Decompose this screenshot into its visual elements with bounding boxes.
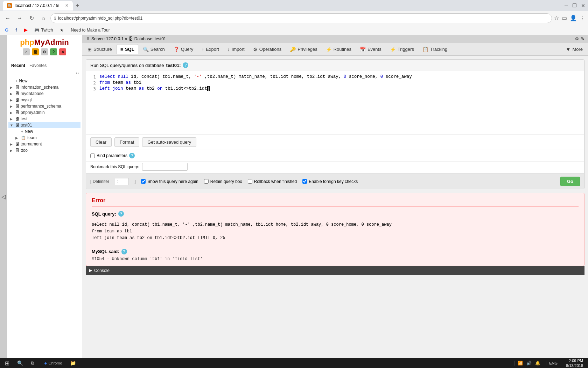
database-label[interactable]: Database: test01 xyxy=(134,36,166,41)
refresh-icon[interactable]: ↻ xyxy=(581,36,584,41)
start-btn[interactable]: ⊞ xyxy=(2,359,12,367)
address-bar[interactable]: ℹ localhost/phpmyadmin/db_sql.php?db=tes… xyxy=(50,13,552,23)
tree-item-mydatabase[interactable]: ▶ 🗄 mydatabase xyxy=(8,90,80,97)
tab-export[interactable]: ↑ Export xyxy=(198,44,223,54)
volume-icon[interactable]: 🔊 xyxy=(526,361,532,366)
tree-item-test[interactable]: ▶ 🗄 test xyxy=(8,116,80,122)
import-icon: ↓ xyxy=(227,47,230,52)
error-sql-help-icon[interactable]: ? xyxy=(118,211,124,217)
tab-import[interactable]: ↓ Import xyxy=(224,44,248,54)
foreign-keys-label[interactable]: Enable foreign key checks xyxy=(302,179,358,184)
retain-box-label[interactable]: Retain query box xyxy=(204,179,242,184)
back-btn[interactable]: ← xyxy=(3,13,13,23)
bookmark-tour[interactable]: Need to Make a Tour xyxy=(69,27,112,33)
browser-tab[interactable]: 🐘 localhost / 127.0.0.1 / te ✕ xyxy=(3,1,73,11)
bind-params-help-icon[interactable]: ? xyxy=(129,153,135,158)
bookmark-twitch[interactable]: 🎮 Twitch xyxy=(32,27,55,33)
rollback-checkbox[interactable] xyxy=(248,179,252,184)
show-query-checkbox[interactable] xyxy=(141,179,146,184)
pma-logo: phpMyAdmin ⌂ 🗄 ⚙ ? ✕ xyxy=(7,35,82,61)
pma-settings-icon[interactable]: ⚙ xyxy=(41,48,48,55)
error-mysql-help-icon[interactable]: ? xyxy=(121,249,127,254)
bookmark-row: Bookmark this SQL query: xyxy=(86,161,584,173)
new-tab-btn[interactable]: + xyxy=(74,2,81,9)
tree-item-new-test01[interactable]: + New xyxy=(14,128,80,135)
go-btn[interactable]: Go xyxy=(560,177,580,186)
pma-tabs: ⊞ Structure ≡ SQL 🔍 Search ❓ Query ↑ xyxy=(82,43,588,56)
tab-more[interactable]: ▼ More xyxy=(562,44,587,54)
pma-db-icon[interactable]: 🗄 xyxy=(32,48,39,55)
tree-nav-icon[interactable]: ↔ xyxy=(75,70,80,76)
tree-item-tournament[interactable]: ▶ 🗄 tournament xyxy=(8,141,80,147)
tree-item-test01[interactable]: ▼ 🗄 test01 xyxy=(8,122,80,128)
account-icon[interactable]: 👤 xyxy=(570,15,577,21)
system-clock[interactable]: 2:09 PM 8/13/2018 xyxy=(563,358,586,368)
delimiter-input[interactable] xyxy=(115,178,129,185)
bind-params-label[interactable]: Bind parameters ? xyxy=(90,153,135,158)
maximize-btn[interactable]: ❐ xyxy=(572,3,577,8)
home-btn[interactable]: ⌂ xyxy=(38,13,48,23)
forward-btn[interactable]: → xyxy=(15,13,24,23)
network-icon[interactable]: 📶 xyxy=(518,361,523,366)
notification-icon[interactable]: 🔔 xyxy=(535,361,540,366)
bookmark-input[interactable] xyxy=(142,163,188,171)
show-query-label[interactable]: Show this query here again xyxy=(141,179,198,184)
tree-item-performance-schema[interactable]: ▶ 🗄 performance_schema xyxy=(8,103,80,109)
foreign-keys-text: Enable foreign key checks xyxy=(309,179,358,184)
taskbar-task-view[interactable]: ⧉ xyxy=(28,360,37,367)
taskbar-browser[interactable]: ● Chrome xyxy=(41,360,65,367)
tab-close-btn[interactable]: ✕ xyxy=(65,3,69,8)
taskbar-search[interactable]: 🔍 xyxy=(14,360,26,367)
sql-editor[interactable]: 1 select null id, concat( tb1.name_t, '-… xyxy=(86,71,584,134)
tree-item-ttoo[interactable]: ▶ 🗄 ttoo xyxy=(8,147,80,154)
bookmark-g[interactable]: G xyxy=(3,27,10,33)
clear-btn[interactable]: Clear xyxy=(90,137,112,147)
tab-search[interactable]: 🔍 Search xyxy=(139,44,169,54)
rollback-label[interactable]: Rollback when finished xyxy=(248,179,297,184)
retain-box-checkbox[interactable] xyxy=(204,179,209,184)
reload-btn[interactable]: ↻ xyxy=(27,13,36,23)
tab-privileges[interactable]: 🔑 Privileges xyxy=(286,44,321,54)
tree-item-new-top[interactable]: + New xyxy=(8,78,80,84)
settings-icon[interactable]: ⚙ xyxy=(575,36,579,41)
taskbar-explorer[interactable]: 📁 xyxy=(67,360,79,367)
tree-item-phpmyadmin[interactable]: ▶ 🗄 phpmyadmin xyxy=(8,109,80,116)
sql-help-icon[interactable]: ? xyxy=(183,62,188,68)
bookmark-fb[interactable]: f xyxy=(13,27,19,33)
bookmark-yt[interactable]: ▶ xyxy=(22,27,29,33)
pma-logo-text: phpMyAdmin xyxy=(10,38,79,47)
tree-item-information-schema[interactable]: ▶ 🗄 information_schema xyxy=(8,84,80,90)
foreign-keys-checkbox[interactable] xyxy=(302,179,307,184)
sidebar-collapse-btn[interactable]: ◁ xyxy=(0,35,7,358)
tab-structure[interactable]: ⊞ Structure xyxy=(84,44,116,54)
sidebar-tab-favorites[interactable]: Favorites xyxy=(28,62,48,69)
tree-item-team[interactable]: ▶ 📋 team xyxy=(14,135,80,141)
tab-sql[interactable]: ≡ SQL xyxy=(117,44,138,54)
format-btn[interactable]: Format xyxy=(114,137,139,147)
bookmark-star[interactable]: ★ xyxy=(58,27,66,33)
bookmark-star-icon[interactable]: ☆ xyxy=(554,15,559,21)
auto-save-btn[interactable]: Get auto-saved query xyxy=(142,137,196,147)
tab-operations[interactable]: ⚙ Operations xyxy=(249,44,286,54)
tab-tracking[interactable]: 📋 Tracking xyxy=(419,44,451,54)
close-btn[interactable]: ✕ xyxy=(581,3,585,8)
more-icon[interactable]: ⋮ xyxy=(580,15,585,21)
pma-docs-icon[interactable]: ? xyxy=(50,48,57,55)
error-message: #1054 - Unknown column 'tb1' in 'field l… xyxy=(92,257,579,261)
tab-triggers[interactable]: ⚡ Triggers xyxy=(386,44,418,54)
tab-routines[interactable]: ⚡ Routines xyxy=(322,44,355,54)
tab-query[interactable]: ❓ Query xyxy=(169,44,197,54)
triggers-icon: ⚡ xyxy=(390,47,396,52)
pma-home-icon[interactable]: ⌂ xyxy=(23,48,30,55)
tab-events[interactable]: 📅 Events xyxy=(356,44,385,54)
minimize-btn[interactable]: ─ xyxy=(565,3,568,8)
sidebar-tab-recent[interactable]: Recent xyxy=(10,62,27,69)
show-query-text: Show this query here again xyxy=(147,179,198,184)
console-bar[interactable]: ▶ Console xyxy=(86,266,584,275)
cast-icon[interactable]: ▭ xyxy=(562,15,567,21)
pma-exit-icon[interactable]: ✕ xyxy=(59,48,66,55)
bind-params-checkbox[interactable] xyxy=(90,154,95,158)
tree-item-mysql[interactable]: ▶ 🗄 mysql xyxy=(8,97,80,103)
error-title: Error xyxy=(92,197,579,207)
server-label[interactable]: Server: 127.0.0.1 xyxy=(91,36,124,41)
